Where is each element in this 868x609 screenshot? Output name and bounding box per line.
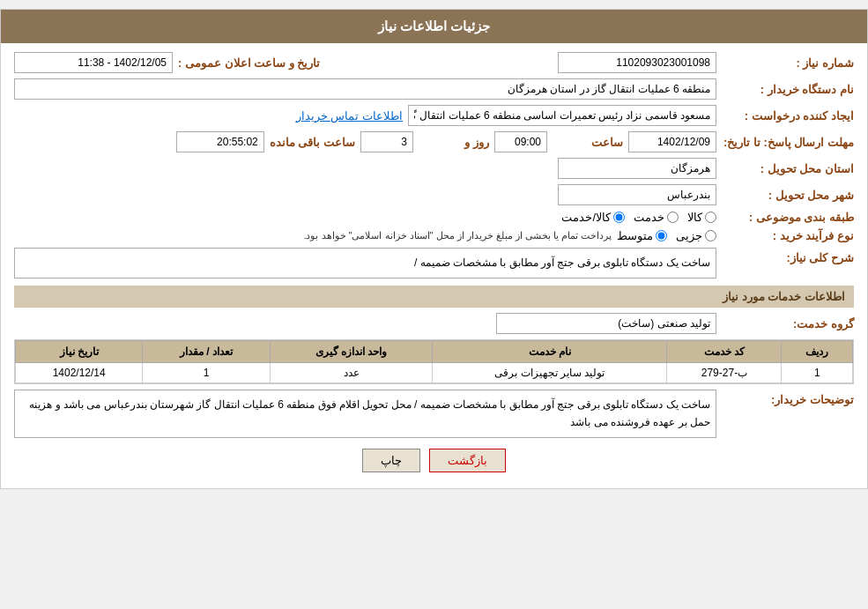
- farayand-text: پرداخت تمام یا بخشی از مبلغ خریدار از مح…: [14, 230, 612, 241]
- radio-kala[interactable]: کالا: [687, 211, 716, 224]
- shahr-label: شهر محل تحویل :: [722, 189, 854, 202]
- cell-vahid: عدد: [270, 363, 433, 383]
- goroh-khadmat-input[interactable]: [496, 313, 716, 334]
- khadamat-header-title: اطلاعات خدمات مورد نیاز: [723, 290, 845, 303]
- radio-kala-khadmat-input[interactable]: [613, 212, 625, 223]
- radio-khadmat-input[interactable]: [667, 212, 679, 223]
- col-nam: نام خدمت: [433, 341, 667, 363]
- services-table-container: ردیف کد خدمت نام خدمت واحد اندازه گیری ت…: [14, 339, 854, 384]
- baqi-label: ساعت باقی مانده: [270, 136, 355, 149]
- radio-jozi-input[interactable]: [705, 230, 716, 241]
- sharh-koli-box: ساخت یک دستگاه تابلوی برقی جتج آور مطابق…: [14, 248, 716, 279]
- row-ijad: ایجاد کننده درخواست : اطلاعات تماس خریدا…: [14, 105, 854, 126]
- row-toshihat: توضیحات خریدار: ساخت یک دستگاه تابلوی بر…: [14, 390, 854, 438]
- toshihat-label: توضیحات خریدار:: [722, 390, 854, 406]
- ijad-input[interactable]: [408, 105, 716, 126]
- table-body: 1 ب-27-279 تولید سایر تجهیزات برقی عدد 1…: [16, 363, 853, 383]
- cell-tarikh: 1402/12/14: [16, 363, 143, 383]
- tabaqe-radio-group: کالا خدمت کالا/خدمت: [561, 211, 716, 224]
- goroh-khadmat-label: گروه خدمت:: [722, 317, 854, 330]
- col-tedad: تعداد / مقدار: [143, 341, 270, 363]
- contact-link[interactable]: اطلاعات تماس خریدار: [296, 109, 403, 123]
- sharh-koli-value: ساخت یک دستگاه تابلوی برقی جتج آور مطابق…: [414, 256, 710, 269]
- cell-kod: ب-27-279: [667, 363, 782, 383]
- saat-input[interactable]: [494, 131, 547, 152]
- row-shomara: شماره نیاز : تاریخ و ساعت اعلان عمومی :: [14, 52, 854, 73]
- farayand-radio-group: جزیی متوسط: [617, 229, 716, 242]
- radio-kala-input[interactable]: [705, 212, 716, 223]
- shomara-input[interactable]: [558, 52, 716, 73]
- farayand-label: نوع فرآیند خرید :: [722, 229, 854, 242]
- row-farayand: نوع فرآیند خرید : جزیی متوسط پرداخت تمام…: [14, 229, 854, 242]
- cell-radif: 1: [782, 363, 853, 383]
- toshihat-box: ساخت یک دستگاه تابلوی برقی جتج آور مطابق…: [14, 390, 716, 438]
- radio-jozi-label: جزیی: [676, 229, 702, 242]
- toshihat-value: ساخت یک دستگاه تابلوی برقی جتج آور مطابق…: [29, 398, 710, 428]
- header-title: جزئیات اطلاعات نیاز: [378, 19, 490, 33]
- ostan-label: استان محل تحویل :: [722, 162, 854, 175]
- row-nam-dastgah: نام دستگاه خریدار :: [14, 78, 854, 100]
- radio-kala-khadmat[interactable]: کالا/خدمت: [561, 211, 625, 224]
- button-row: بازگشت چاپ: [14, 449, 854, 472]
- page-header: جزئیات اطلاعات نیاز: [1, 10, 867, 43]
- col-radif: ردیف: [782, 341, 853, 363]
- saat-label: ساعت: [553, 136, 623, 149]
- ostan-input[interactable]: [558, 158, 716, 179]
- radio-motavasit[interactable]: متوسط: [617, 229, 667, 242]
- back-button[interactable]: بازگشت: [429, 449, 506, 472]
- tarikh-input[interactable]: [628, 131, 716, 152]
- radio-khadmat-label: خدمت: [634, 211, 664, 224]
- cell-tedad: 1: [143, 363, 270, 383]
- row-ostan: استان محل تحویل :: [14, 158, 854, 179]
- rooz-input[interactable]: [360, 131, 413, 152]
- services-table: ردیف کد خدمت نام خدمت واحد اندازه گیری ت…: [15, 340, 853, 383]
- content-area: شماره نیاز : تاریخ و ساعت اعلان عمومی : …: [1, 43, 867, 488]
- col-vahid: واحد اندازه گیری: [270, 341, 433, 363]
- row-goroh-khadmat: گروه خدمت:: [14, 313, 854, 334]
- col-tarikh: تاریخ نیاز: [16, 341, 143, 363]
- nam-dastgah-input[interactable]: [14, 78, 716, 100]
- row-mohlat: مهلت ارسال پاسخ: تا تاریخ: ساعت روز و سا…: [14, 131, 854, 152]
- mohlat-label: مهلت ارسال پاسخ: تا تاریخ:: [722, 136, 854, 149]
- row-tabaqe: طبقه بندی موضوعی : کالا خدمت کالا/خدمت: [14, 211, 854, 224]
- radio-kala-khadmat-label: کالا/خدمت: [561, 211, 611, 224]
- table-row: 1 ب-27-279 تولید سایر تجهیزات برقی عدد 1…: [16, 363, 853, 383]
- page-wrapper: جزئیات اطلاعات نیاز شماره نیاز : تاریخ و…: [0, 9, 868, 489]
- rooz-label: روز و: [419, 136, 489, 149]
- radio-motavasit-input[interactable]: [656, 230, 667, 241]
- tarikh-elan-label: تاریخ و ساعت اعلان عمومی :: [178, 56, 320, 70]
- khadamat-section-header: اطلاعات خدمات مورد نیاز: [14, 286, 854, 308]
- row-shahr: شهر محل تحویل :: [14, 184, 854, 205]
- radio-jozi[interactable]: جزیی: [676, 229, 716, 242]
- shahr-input[interactable]: [558, 184, 716, 205]
- table-header-row: ردیف کد خدمت نام خدمت واحد اندازه گیری ت…: [16, 341, 853, 363]
- radio-motavasit-label: متوسط: [617, 229, 653, 242]
- nam-dastgah-label: نام دستگاه خریدار :: [722, 83, 854, 96]
- radio-kala-label: کالا: [687, 211, 702, 224]
- ijad-label: ایجاد کننده درخواست :: [722, 109, 854, 123]
- col-kod: کد خدمت: [667, 341, 782, 363]
- radio-khadmat[interactable]: خدمت: [634, 211, 679, 224]
- print-button[interactable]: چاپ: [362, 449, 420, 472]
- tabaqe-label: طبقه بندی موضوعی :: [722, 211, 854, 224]
- sharh-koli-label: شرح کلی نیاز:: [722, 248, 854, 264]
- row-sharh-koli: شرح کلی نیاز: ساخت یک دستگاه تابلوی برقی…: [14, 248, 854, 279]
- tarikh-elan-input[interactable]: [14, 52, 173, 73]
- baqi-input[interactable]: [176, 131, 264, 152]
- cell-nam: تولید سایر تجهیزات برقی: [433, 363, 667, 383]
- shomara-label: شماره نیاز :: [722, 56, 854, 70]
